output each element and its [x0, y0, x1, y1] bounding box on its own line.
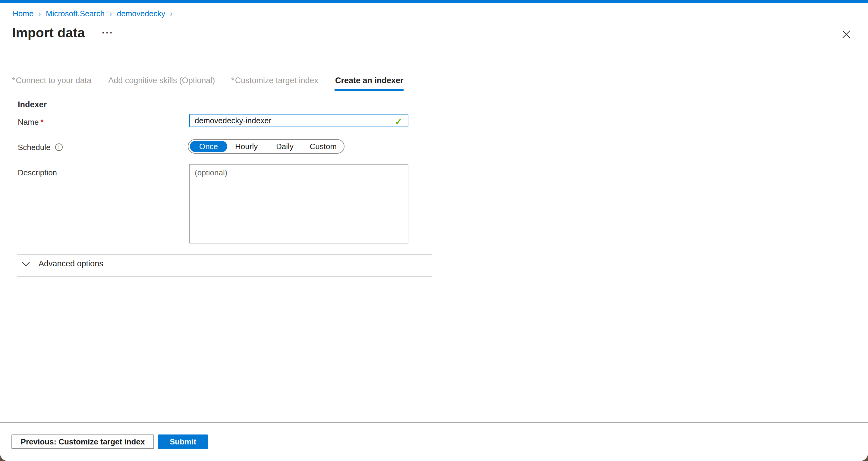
tab-label: Customize target index — [235, 76, 318, 85]
footer-divider — [0, 422, 868, 423]
wizard-tabs: *Connect to your data Add cognitive skil… — [12, 76, 404, 91]
indexer-name-input[interactable] — [189, 114, 408, 127]
breadcrumb-microsoft-search-link[interactable]: Microsoft.Search — [46, 9, 104, 19]
divider — [17, 254, 432, 255]
previous-step-button[interactable]: Previous: Customize target index — [11, 434, 154, 449]
breadcrumb-separator-icon: › — [109, 9, 113, 19]
schedule-field-label: Schedule — [18, 143, 50, 152]
breadcrumb-separator-icon: › — [169, 9, 173, 19]
tab-create-an-indexer[interactable]: Create an indexer — [335, 76, 404, 91]
name-field-label: Name* — [18, 118, 43, 127]
indexer-section-title: Indexer — [18, 100, 47, 110]
tab-add-cognitive-skills[interactable]: Add cognitive skills (Optional) — [107, 76, 215, 91]
breadcrumb-separator-icon: › — [38, 9, 41, 19]
tab-label: Create an indexer — [335, 76, 404, 85]
submit-button[interactable]: Submit — [158, 434, 208, 449]
name-label-text: Name — [18, 118, 38, 127]
schedule-option-hourly[interactable]: Hourly — [227, 141, 266, 152]
schedule-option-custom[interactable]: Custom — [304, 141, 342, 152]
advanced-options-label: Advanced options — [38, 259, 103, 269]
tab-label: Add cognitive skills (Optional) — [108, 76, 215, 85]
schedule-option-once[interactable]: Once — [190, 141, 227, 152]
description-textarea[interactable] — [189, 164, 408, 243]
page-title: Import data — [12, 25, 85, 40]
azure-top-bar — [0, 0, 868, 3]
close-icon[interactable] — [840, 28, 853, 41]
advanced-options-toggle[interactable]: Advanced options — [21, 259, 103, 269]
tab-connect-to-your-data[interactable]: *Connect to your data — [12, 76, 91, 91]
breadcrumb-home-link[interactable]: Home — [13, 9, 33, 19]
required-asterisk: * — [40, 118, 43, 127]
tab-label: Connect to your data — [16, 76, 92, 85]
breadcrumb-demovedecky-link[interactable]: demovedecky — [117, 9, 165, 19]
tab-required-marker: * — [12, 76, 16, 85]
chevron-down-icon — [21, 261, 31, 267]
schedule-segmented-control: Once Hourly Daily Custom — [188, 139, 344, 154]
close-x-glyph — [842, 30, 851, 39]
divider — [17, 276, 432, 277]
breadcrumb: Home › Microsoft.Search › demovedecky › — [13, 9, 173, 19]
tab-required-marker: * — [231, 76, 235, 85]
schedule-option-daily[interactable]: Daily — [266, 141, 304, 152]
import-data-panel: Home › Microsoft.Search › demovedecky › … — [0, 0, 868, 461]
info-icon[interactable]: i — [55, 144, 63, 151]
validation-check-icon: ✓ — [395, 116, 402, 127]
more-options-icon[interactable]: ··· — [102, 28, 114, 38]
tab-customize-target-index[interactable]: *Customize target index — [231, 76, 318, 91]
description-field-label: Description — [18, 168, 57, 178]
